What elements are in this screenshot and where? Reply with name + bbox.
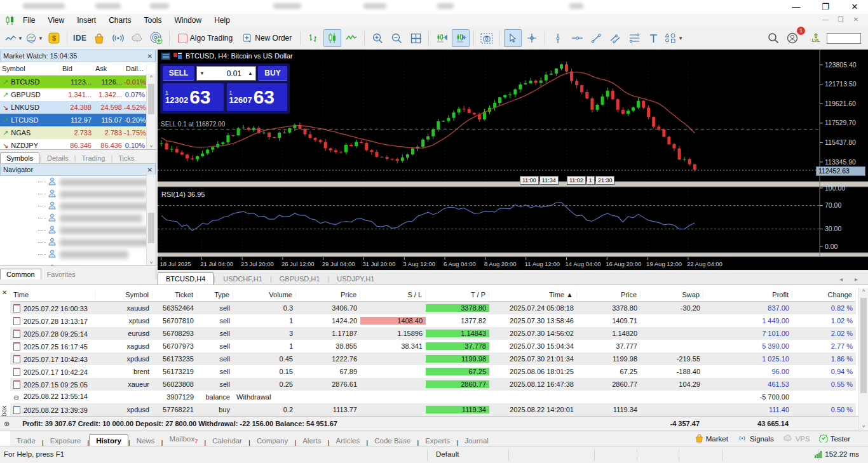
market-watch-row[interactable]: ↗BTCUSD1123...1126...-0.01% [0,76,156,88]
close-icon[interactable]: ✕ [2,289,7,296]
column-header[interactable]: Dail... [124,65,147,72]
corner-vps[interactable]: VPS [783,434,810,443]
indicators-icon[interactable]: ▼ [25,29,44,47]
history-row[interactable]: 2025.07.17 10:42:24brent56173219sell0.15… [10,365,856,378]
corner-signals[interactable]: Signals [737,434,774,443]
shapes-tool-icon[interactable]: ▼ [663,29,684,47]
chart-tab-gbpusd-h1[interactable]: GBPUSD,H1 [272,273,328,285]
toolbox-tab-company[interactable]: Company [250,435,294,446]
chart-tab-usdchf-h1[interactable]: USDCHF,H1 [215,273,270,285]
ide-button[interactable]: IDE [71,29,89,47]
history-header-row[interactable]: TimeSymbolTicketTypeVolumePriceS / LT / … [10,288,856,302]
market-watch-titlebar[interactable]: Market Watch: 15:04:35✕ [0,50,156,62]
new-order-button[interactable]: New Order [238,29,296,47]
horizontal-line-tool-icon[interactable] [568,29,586,47]
menu-window[interactable]: Window [168,15,208,26]
line-chart-type-icon[interactable] [342,29,360,47]
close-button[interactable]: ✕ [845,1,864,13]
tab-scroll-arrows[interactable]: ◂ ▸ [839,276,868,285]
navigator-account-item[interactable] [0,224,156,236]
column-header-type[interactable]: Type [197,291,233,299]
column-header-time[interactable]: Time ▲ [489,291,577,299]
column-header-ticket[interactable]: Ticket [153,291,197,299]
chart-area[interactable]: 123805.40121713.50119621.60117529.701154… [158,50,868,270]
minimize-button[interactable]: — [787,1,806,13]
chart-shift-icon[interactable] [452,29,470,47]
column-header-change[interactable]: Change [792,291,856,299]
navigator-tree[interactable]: 156326: Paritosh Chaudh [0,176,156,266]
toolbox-tab-journal[interactable]: Journal [458,435,495,446]
notifications-user-icon[interactable]: 1 [783,29,801,47]
dollar-icon[interactable]: $ [45,29,63,47]
toolbox-tab-news[interactable]: News [130,435,161,446]
menu-file[interactable]: File [17,15,41,26]
chart-tab-btcusd-h4[interactable]: BTCUSD,H4 [158,272,214,285]
restore-button[interactable]: ❐ [816,1,835,13]
fibonacci-tool-icon[interactable] [625,29,643,47]
volume-value[interactable]: 0.01 [207,69,245,78]
column-header[interactable]: Bid [60,65,93,72]
bar-chart-type-icon[interactable] [304,29,322,47]
history-row[interactable]: 2025.07.25 16:17:45xagusd56707973sell138… [10,340,856,352]
sell-price[interactable]: 112302 63 [163,83,224,111]
nav-tab-favorites[interactable]: Favorites [41,269,81,279]
history-row[interactable]: 2025.07.17 10:42:43xpdusd56173235sell0.4… [10,352,856,365]
market-watch-header[interactable]: SymbolBidAskDail... [0,62,156,76]
column-header-tp[interactable]: T / P [426,291,489,299]
history-row[interactable]: 2025.08.22 13:39:39xpdusd57768221buy0.21… [10,403,856,416]
navigator-scrollbar[interactable]: ˅ [146,175,156,266]
algo-radar-icon[interactable] [147,29,165,47]
toolbox-tab-calendar[interactable]: Calendar [206,435,248,446]
history-row[interactable]: ⊖2025.08.22 13:55:143907129balanceWithdr… [10,391,856,403]
navigator-account-item[interactable] [0,248,156,260]
toolbox-tab-experts[interactable]: Experts [419,435,456,446]
trendline-tool-icon[interactable] [587,29,605,47]
buy-price[interactable]: 112607 63 [227,83,288,111]
corner-market[interactable]: Market [695,434,728,444]
zoom-in-icon[interactable] [369,29,386,47]
column-header-time[interactable]: Time [10,291,95,299]
history-row[interactable]: 2025.07.22 16:00:33xauusd56352464sell0.3… [10,302,856,314]
algo-trading-toggle[interactable]: Algo Trading [173,29,237,47]
column-header-price[interactable]: Price [577,291,641,299]
column-header-price[interactable]: Price [296,291,360,299]
column-header-sl[interactable]: S / L [360,291,426,299]
market-watch-row[interactable]: ↗LTCUSD112.97115.07-0.20% [0,114,156,126]
menu-help[interactable]: Help [208,15,236,26]
market-watch-scrollbar[interactable]: ˄˅ [146,74,156,150]
mw-tab-ticks[interactable]: Ticks [112,153,140,163]
expand-icon[interactable]: ⊕ [4,420,10,428]
vertical-line-tool-icon[interactable] [549,29,567,47]
child-minimize-icon[interactable]: — [818,16,832,23]
column-header[interactable]: Ask [93,65,124,72]
column-header[interactable]: Symbol [0,65,60,72]
toolbox-tab-exposure[interactable]: Exposure [44,435,88,446]
market-watch-row[interactable]: ↘LNKUSD24.38824.598-4.52% [0,101,156,114]
history-scrollbar[interactable]: ˄˅ [858,288,868,430]
close-icon[interactable]: ✕ [147,166,153,173]
menu-tools[interactable]: Tools [138,15,168,26]
volume-stepper[interactable]: ▼ 0.01 ▲ [196,66,256,81]
history-row[interactable]: 2025.07.28 09:25:14eurusd56708293sell31.… [10,327,856,340]
sell-button[interactable]: SELL [163,66,194,81]
volume-decrease-icon[interactable]: ▼ [197,70,207,76]
toolbox-tab-mailbox[interactable]: Mailbox7 [163,433,205,446]
navigator-account-item[interactable] [0,200,156,212]
level-up-icon[interactable]: ⇧LVL [807,29,825,47]
cloud-icon[interactable] [128,29,146,47]
channel-tool-icon[interactable] [606,29,624,47]
history-row[interactable]: 2025.07.28 13:13:17xptusd56707810sell114… [10,314,856,327]
signals-broadcast-icon[interactable] [109,29,127,47]
navigator-account-item[interactable] [0,236,156,248]
child-close-icon[interactable]: ✕ [849,16,863,23]
toolbox-tab-history[interactable]: History [89,434,128,446]
chart-tab-usdjpy-h1[interactable]: USDJPY,H1 [329,273,382,285]
menu-charts[interactable]: Charts [102,15,137,26]
volume-increase-icon[interactable]: ▲ [245,70,255,76]
auto-scroll-icon[interactable] [433,29,451,47]
cursor-icon[interactable] [504,29,522,47]
crosshair-icon[interactable] [523,29,541,47]
close-icon[interactable]: ✕ [147,53,153,60]
market-bag-icon[interactable] [90,29,108,47]
search-icon[interactable] [764,29,782,47]
